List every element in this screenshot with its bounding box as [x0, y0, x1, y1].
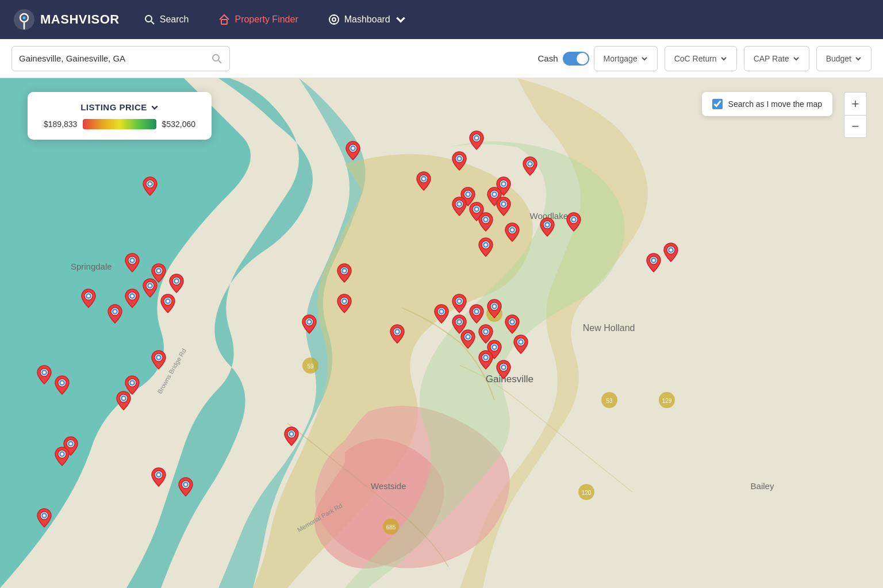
map-pin[interactable]: [142, 278, 158, 297]
map-area[interactable]: Browns Bridge Rd Memorial Park Rd 59 53 …: [0, 78, 883, 588]
map-pin[interactable]: [142, 176, 158, 195]
map-pin[interactable]: [116, 390, 132, 410]
map-pin[interactable]: [539, 217, 555, 236]
svg-point-183: [184, 483, 187, 486]
map-pin[interactable]: [178, 476, 194, 496]
map-pin[interactable]: [433, 303, 450, 323]
map-pin[interactable]: [451, 151, 467, 170]
map-pin[interactable]: [160, 293, 176, 313]
map-pin[interactable]: [451, 293, 467, 313]
map-pin[interactable]: [301, 314, 317, 333]
svg-point-3: [23, 17, 26, 20]
svg-point-96: [166, 300, 169, 303]
cap-rate-btn[interactable]: CAP Rate: [744, 46, 809, 71]
map-pin[interactable]: [124, 288, 140, 308]
map-pin[interactable]: [451, 196, 467, 216]
nav-search[interactable]: Search: [138, 10, 195, 29]
svg-point-102: [113, 310, 116, 313]
svg-point-156: [670, 249, 673, 252]
svg-line-12: [218, 60, 221, 63]
map-pin[interactable]: [522, 156, 538, 175]
map-pin[interactable]: [504, 222, 520, 241]
svg-text:53: 53: [606, 398, 613, 404]
map-pin[interactable]: [124, 252, 140, 272]
svg-point-90: [149, 285, 152, 287]
svg-point-171: [60, 381, 63, 384]
location-input[interactable]: [19, 53, 211, 63]
map-pin[interactable]: [36, 508, 52, 527]
svg-point-54: [458, 203, 460, 206]
map-pin[interactable]: [416, 171, 432, 190]
svg-line-5: [151, 21, 154, 24]
legend-gradient-bar: [83, 119, 156, 129]
map-pin[interactable]: [460, 329, 476, 348]
filter-group: Cash Mortgage CoC Return CAP Rate Budget: [538, 46, 872, 71]
coc-return-label: CoC Return: [674, 54, 717, 63]
map-pin[interactable]: [478, 212, 494, 231]
logo[interactable]: MASHVISOR: [14, 9, 120, 30]
map-pin[interactable]: [283, 426, 300, 445]
zoom-controls: + −: [844, 92, 867, 138]
svg-point-132: [510, 320, 513, 323]
nav-property-finder[interactable]: Property Finder: [213, 10, 304, 29]
svg-point-42: [528, 162, 531, 165]
map-pin[interactable]: [54, 375, 70, 394]
map-pin[interactable]: [469, 130, 485, 149]
cap-chevron-icon: [793, 55, 800, 62]
map-pin[interactable]: [504, 314, 520, 333]
map-pin[interactable]: [478, 349, 494, 369]
map-pin[interactable]: [336, 293, 352, 313]
map-pin[interactable]: [151, 349, 167, 369]
mortgage-label: Mortgage: [604, 54, 638, 63]
svg-point-66: [510, 228, 513, 231]
nav-search-label: Search: [160, 14, 189, 25]
zoom-out-button[interactable]: −: [844, 115, 867, 138]
mortgage-dropdown-btn[interactable]: Mortgage: [594, 46, 658, 71]
map-pin[interactable]: [646, 252, 662, 272]
cash-mortgage-toggle[interactable]: [563, 52, 589, 66]
map-pin[interactable]: [486, 298, 502, 318]
map-pin[interactable]: [345, 140, 361, 160]
svg-point-45: [502, 183, 505, 186]
logo-text: MASHVISOR: [40, 12, 120, 27]
svg-point-165: [122, 397, 125, 399]
location-search-button[interactable]: [211, 53, 222, 64]
map-pin[interactable]: [566, 212, 582, 231]
svg-point-84: [158, 269, 160, 272]
budget-btn[interactable]: Budget: [816, 46, 872, 71]
map-pin[interactable]: [36, 364, 52, 384]
cash-mortgage-toggle-wrap: Cash Mortgage: [538, 46, 658, 71]
map-pin[interactable]: [496, 196, 512, 216]
map-pin[interactable]: [469, 303, 485, 323]
map-pin[interactable]: [513, 334, 529, 353]
map-pin[interactable]: [80, 288, 97, 308]
map-pin[interactable]: [336, 263, 352, 282]
map-pin[interactable]: [496, 359, 512, 379]
map-pin[interactable]: [663, 242, 679, 262]
map-pin[interactable]: [389, 324, 405, 343]
svg-point-189: [290, 432, 293, 435]
svg-point-162: [131, 381, 134, 384]
zoom-in-button[interactable]: +: [844, 92, 867, 115]
nav-mashboard[interactable]: Mashboard: [323, 10, 412, 29]
search-as-move-checkbox[interactable]: [712, 99, 723, 109]
svg-point-153: [652, 259, 655, 262]
map-pin[interactable]: [54, 446, 70, 466]
map-pin[interactable]: [107, 303, 123, 323]
svg-point-150: [502, 366, 505, 369]
legend-bar-wrap: $189,833 $532,060: [44, 119, 195, 129]
map-pin[interactable]: [168, 273, 185, 293]
map-pin[interactable]: [151, 467, 167, 486]
svg-text:120: 120: [582, 490, 592, 496]
nav-property-finder-label: Property Finder: [235, 14, 298, 25]
svg-point-7: [329, 15, 339, 24]
house-icon: [218, 14, 230, 25]
coc-return-btn[interactable]: CoC Return: [665, 46, 737, 71]
legend-max: $532,060: [162, 120, 195, 129]
legend-title[interactable]: LISTING PRICE: [44, 102, 195, 112]
svg-point-69: [484, 244, 487, 247]
map-pin[interactable]: [478, 237, 494, 256]
search-as-move-label[interactable]: Search as I move the map: [728, 99, 822, 109]
svg-rect-6: [221, 20, 227, 24]
svg-point-33: [458, 157, 460, 160]
